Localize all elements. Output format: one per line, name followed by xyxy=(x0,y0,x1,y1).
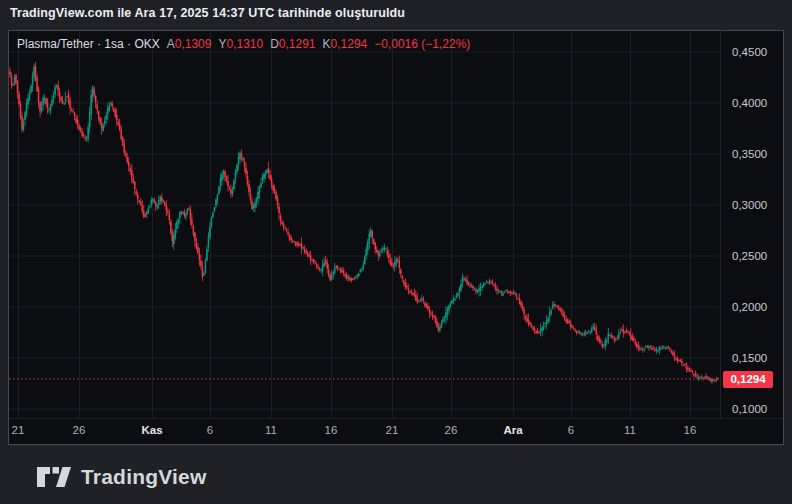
price-axis-label: 0,4000 xyxy=(732,96,767,110)
ohlc-value: 0,1291 xyxy=(279,37,316,51)
price-axis-label: 0,3500 xyxy=(732,147,767,161)
time-axis-label: 26 xyxy=(73,424,86,436)
time-axis-label: 21 xyxy=(12,424,25,436)
price-axis-label: 0,1500 xyxy=(732,351,767,365)
ohlc-label: A xyxy=(167,37,175,51)
price-axis-label: 0,4500 xyxy=(732,45,767,59)
ohlc-value: 0,1310 xyxy=(226,37,263,51)
brand-wordmark[interactable]: TradingView xyxy=(81,465,207,489)
chart-legend: Plasma/Tether · 1sa · OKXA0,1309Y0,1310D… xyxy=(17,37,470,51)
ohlc-label: D xyxy=(270,37,279,51)
attribution-text: TradingView.com ile Ara 17, 2025 14:37 U… xyxy=(10,6,405,20)
change-value: −0,0016 (−1,22%) xyxy=(374,37,470,51)
time-axis-label: 6 xyxy=(568,424,574,436)
price-scale[interactable]: 0,1294 0,45000,40000,35000,30000,25000,2… xyxy=(720,31,783,419)
time-axis-label: 16 xyxy=(325,424,338,436)
last-price-badge: 0,1294 xyxy=(723,371,773,388)
time-axis-label: 6 xyxy=(207,424,213,436)
time-scale[interactable]: 2126Kas611162126Ara61116 xyxy=(9,418,783,444)
tradingview-logo-icon[interactable] xyxy=(36,463,72,491)
time-axis-label: 11 xyxy=(265,424,277,436)
time-axis-label: 16 xyxy=(684,424,697,436)
symbol-title: Plasma/Tether · 1sa · OKX xyxy=(17,37,160,51)
price-axis-label: 0,2500 xyxy=(732,249,767,263)
time-axis-label: 21 xyxy=(386,424,399,436)
ohlc-value: 0,1309 xyxy=(175,37,212,51)
footer: TradingView xyxy=(36,461,207,493)
chart-plot-area[interactable]: Plasma/Tether · 1sa · OKXA0,1309Y0,1310D… xyxy=(9,31,783,444)
time-axis-month-label: Kas xyxy=(141,424,162,436)
price-axis-label: 0,1000 xyxy=(732,402,767,416)
time-axis-label: 26 xyxy=(445,424,458,436)
candlestick-chart[interactable] xyxy=(9,31,783,444)
ohlc-value: 0,1294 xyxy=(331,37,368,51)
price-axis-label: 0,3000 xyxy=(732,198,767,212)
ohlc-label: K xyxy=(323,37,331,51)
time-axis-month-label: Ara xyxy=(503,424,522,436)
chart-panel: Plasma/Tether · 1sa · OKXA0,1309Y0,1310D… xyxy=(8,30,784,445)
ohlc-values: A0,1309Y0,1310D0,1291K0,1294 xyxy=(160,37,368,51)
time-axis-label: 11 xyxy=(624,424,636,436)
price-axis-label: 0,2000 xyxy=(732,300,767,314)
